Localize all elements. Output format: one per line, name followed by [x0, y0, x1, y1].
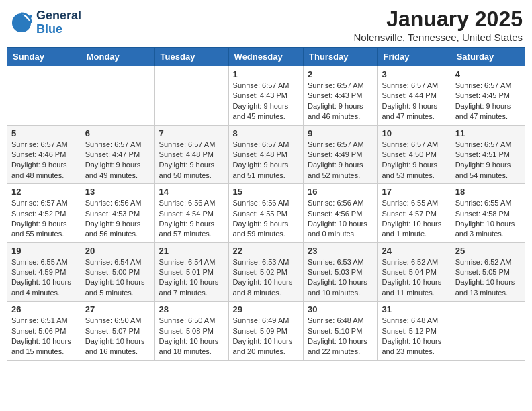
day-cell: 28Sunrise: 6:50 AM Sunset: 5:08 PM Dayli…: [154, 302, 228, 361]
week-row-1: 1Sunrise: 6:57 AM Sunset: 4:43 PM Daylig…: [7, 66, 525, 126]
day-info: Sunrise: 6:52 AM Sunset: 5:04 PM Dayligh…: [382, 257, 446, 299]
weekday-header-wednesday: Wednesday: [228, 48, 303, 66]
day-number: 24: [382, 246, 446, 256]
day-number: 6: [85, 128, 150, 138]
day-number: 19: [11, 246, 77, 256]
day-cell: 11Sunrise: 6:57 AM Sunset: 4:51 PM Dayli…: [451, 125, 525, 184]
day-number: 25: [455, 246, 521, 256]
day-cell: 18Sunrise: 6:55 AM Sunset: 4:58 PM Dayli…: [451, 184, 525, 243]
day-number: 22: [233, 246, 299, 256]
day-info: Sunrise: 6:48 AM Sunset: 5:12 PM Dayligh…: [382, 316, 446, 357]
day-info: Sunrise: 6:55 AM Sunset: 4:58 PM Dayligh…: [455, 198, 521, 240]
day-cell: 19Sunrise: 6:55 AM Sunset: 4:59 PM Dayli…: [7, 242, 81, 302]
weekday-header-thursday: Thursday: [304, 48, 378, 66]
day-number: 28: [159, 304, 224, 314]
day-info: Sunrise: 6:56 AM Sunset: 4:54 PM Dayligh…: [159, 198, 224, 240]
logo-icon: [9, 11, 34, 35]
day-cell: 30Sunrise: 6:48 AM Sunset: 5:10 PM Dayli…: [304, 302, 378, 361]
day-info: Sunrise: 6:56 AM Sunset: 4:53 PM Dayligh…: [85, 198, 150, 240]
title-block: January 2025 Nolensville, Tennessee, Uni…: [353, 7, 523, 43]
day-info: Sunrise: 6:57 AM Sunset: 4:43 PM Dayligh…: [233, 81, 299, 122]
month-title: January 2025: [353, 7, 523, 32]
weekday-header-tuesday: Tuesday: [154, 48, 228, 66]
day-cell: [154, 66, 228, 126]
day-number: 26: [11, 304, 77, 314]
calendar: SundayMondayTuesdayWednesdayThursdayFrid…: [7, 47, 525, 361]
day-number: 16: [308, 187, 373, 197]
logo: General Blue: [9, 9, 81, 36]
week-row-2: 5Sunrise: 6:57 AM Sunset: 4:46 PM Daylig…: [7, 125, 525, 184]
day-number: 8: [233, 128, 299, 138]
day-info: Sunrise: 6:54 AM Sunset: 5:01 PM Dayligh…: [159, 257, 224, 299]
day-cell: 20Sunrise: 6:54 AM Sunset: 5:00 PM Dayli…: [81, 242, 154, 302]
day-cell: 3Sunrise: 6:57 AM Sunset: 4:44 PM Daylig…: [378, 66, 451, 126]
day-info: Sunrise: 6:57 AM Sunset: 4:44 PM Dayligh…: [382, 81, 446, 122]
day-info: Sunrise: 6:57 AM Sunset: 4:47 PM Dayligh…: [85, 140, 150, 181]
day-number: 5: [11, 128, 77, 138]
day-number: 4: [455, 69, 521, 79]
logo-line1: General: [36, 9, 81, 23]
day-number: 14: [159, 187, 224, 197]
day-cell: [81, 66, 154, 126]
day-info: Sunrise: 6:57 AM Sunset: 4:49 PM Dayligh…: [308, 140, 373, 181]
weekday-header-monday: Monday: [81, 48, 154, 66]
day-number: 1: [233, 69, 299, 79]
day-info: Sunrise: 6:49 AM Sunset: 5:09 PM Dayligh…: [233, 316, 299, 357]
day-cell: 2Sunrise: 6:57 AM Sunset: 4:43 PM Daylig…: [304, 66, 378, 126]
day-number: 30: [308, 304, 373, 314]
day-cell: 15Sunrise: 6:56 AM Sunset: 4:55 PM Dayli…: [228, 184, 303, 243]
week-row-4: 19Sunrise: 6:55 AM Sunset: 4:59 PM Dayli…: [7, 242, 525, 302]
day-cell: 17Sunrise: 6:55 AM Sunset: 4:57 PM Dayli…: [378, 184, 451, 243]
day-info: Sunrise: 6:57 AM Sunset: 4:48 PM Dayligh…: [233, 140, 299, 181]
day-cell: 7Sunrise: 6:57 AM Sunset: 4:48 PM Daylig…: [154, 125, 228, 184]
day-info: Sunrise: 6:54 AM Sunset: 5:00 PM Dayligh…: [85, 257, 150, 299]
day-number: 9: [308, 128, 373, 138]
day-cell: 29Sunrise: 6:49 AM Sunset: 5:09 PM Dayli…: [228, 302, 303, 361]
day-cell: 14Sunrise: 6:56 AM Sunset: 4:54 PM Dayli…: [154, 184, 228, 243]
day-number: 7: [159, 128, 224, 138]
day-cell: 27Sunrise: 6:50 AM Sunset: 5:07 PM Dayli…: [81, 302, 154, 361]
day-number: 18: [455, 187, 521, 197]
day-info: Sunrise: 6:57 AM Sunset: 4:43 PM Dayligh…: [308, 81, 373, 122]
day-number: 11: [455, 128, 521, 138]
day-cell: 26Sunrise: 6:51 AM Sunset: 5:06 PM Dayli…: [7, 302, 81, 361]
day-info: Sunrise: 6:57 AM Sunset: 4:46 PM Dayligh…: [11, 140, 77, 181]
day-cell: 4Sunrise: 6:57 AM Sunset: 4:45 PM Daylig…: [451, 66, 525, 126]
day-cell: 12Sunrise: 6:57 AM Sunset: 4:52 PM Dayli…: [7, 184, 81, 243]
day-info: Sunrise: 6:50 AM Sunset: 5:08 PM Dayligh…: [159, 316, 224, 357]
day-info: Sunrise: 6:56 AM Sunset: 4:56 PM Dayligh…: [308, 198, 373, 240]
day-info: Sunrise: 6:57 AM Sunset: 4:50 PM Dayligh…: [382, 140, 446, 181]
day-info: Sunrise: 6:50 AM Sunset: 5:07 PM Dayligh…: [85, 316, 150, 357]
day-info: Sunrise: 6:48 AM Sunset: 5:10 PM Dayligh…: [308, 316, 373, 357]
day-info: Sunrise: 6:57 AM Sunset: 4:48 PM Dayligh…: [159, 140, 224, 181]
day-cell: [451, 302, 525, 361]
day-cell: 9Sunrise: 6:57 AM Sunset: 4:49 PM Daylig…: [304, 125, 378, 184]
day-info: Sunrise: 6:57 AM Sunset: 4:45 PM Dayligh…: [455, 81, 521, 122]
day-info: Sunrise: 6:56 AM Sunset: 4:55 PM Dayligh…: [233, 198, 299, 240]
day-cell: 31Sunrise: 6:48 AM Sunset: 5:12 PM Dayli…: [378, 302, 451, 361]
day-cell: 5Sunrise: 6:57 AM Sunset: 4:46 PM Daylig…: [7, 125, 81, 184]
day-info: Sunrise: 6:53 AM Sunset: 5:02 PM Dayligh…: [233, 257, 299, 299]
day-cell: 16Sunrise: 6:56 AM Sunset: 4:56 PM Dayli…: [304, 184, 378, 243]
logo-line2: Blue: [36, 22, 62, 36]
day-number: 15: [233, 187, 299, 197]
day-number: 27: [85, 304, 150, 314]
day-number: 12: [11, 187, 77, 197]
day-number: 29: [233, 304, 299, 314]
location: Nolensville, Tennessee, United States: [353, 32, 523, 43]
day-number: 3: [382, 69, 446, 79]
day-cell: 25Sunrise: 6:52 AM Sunset: 5:05 PM Dayli…: [451, 242, 525, 302]
day-info: Sunrise: 6:57 AM Sunset: 4:52 PM Dayligh…: [11, 198, 77, 240]
day-cell: 6Sunrise: 6:57 AM Sunset: 4:47 PM Daylig…: [81, 125, 154, 184]
day-cell: 10Sunrise: 6:57 AM Sunset: 4:50 PM Dayli…: [378, 125, 451, 184]
day-number: 17: [382, 187, 446, 197]
week-row-3: 12Sunrise: 6:57 AM Sunset: 4:52 PM Dayli…: [7, 184, 525, 243]
weekday-header-friday: Friday: [378, 48, 451, 66]
day-info: Sunrise: 6:55 AM Sunset: 4:57 PM Dayligh…: [382, 198, 446, 240]
weekday-header-sunday: Sunday: [7, 48, 81, 66]
weekday-header-row: SundayMondayTuesdayWednesdayThursdayFrid…: [7, 48, 525, 66]
day-cell: 24Sunrise: 6:52 AM Sunset: 5:04 PM Dayli…: [378, 242, 451, 302]
day-info: Sunrise: 6:53 AM Sunset: 5:03 PM Dayligh…: [308, 257, 373, 299]
day-info: Sunrise: 6:52 AM Sunset: 5:05 PM Dayligh…: [455, 257, 521, 299]
day-number: 21: [159, 246, 224, 256]
